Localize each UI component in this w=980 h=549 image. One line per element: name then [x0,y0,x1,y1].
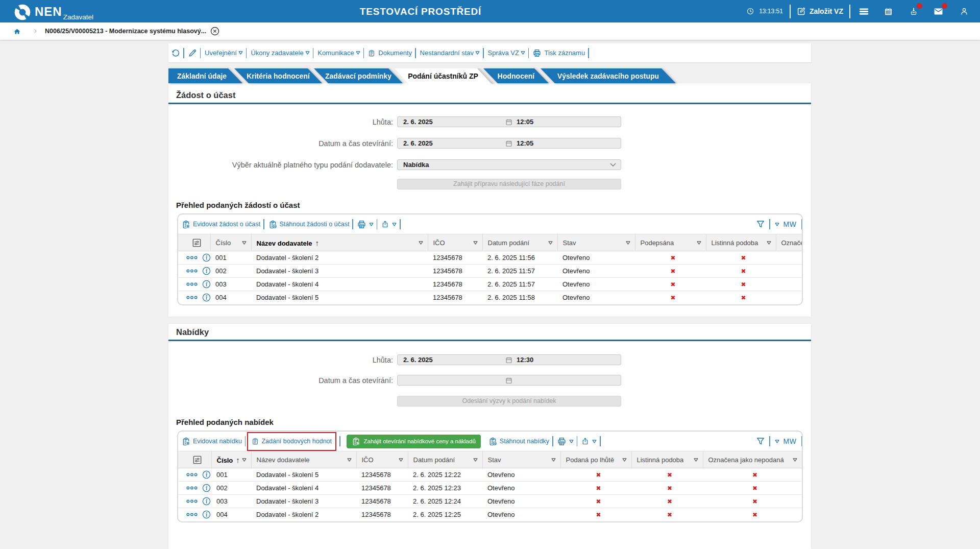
col-podana-po-lhute[interactable]: Podaná po lhůtě [560,451,631,468]
oteviranie-field[interactable]: 2. 6. 2025 12:05 [397,138,621,149]
col-datum-podani[interactable]: Datum podání [482,234,557,251]
row-menu-icon[interactable] [186,486,198,490]
filter-caret-icon[interactable] [419,241,423,245]
col-cislo[interactable]: Číslo↑ [211,451,251,468]
evidovat-nabidku-button[interactable]: Evidovat nabídku [182,437,242,446]
mw-button[interactable]: MW [783,220,797,228]
menu-ukony-zadavatele[interactable]: Úkony zadavatele [251,50,309,56]
col-podepsana[interactable]: Podepsána [635,234,706,251]
col-oznacena[interactable]: Označena jako nepodaná [776,234,803,251]
col-nazev-dodavatele[interactable]: Název dodavatele [251,451,356,468]
nen-logo[interactable]: NEN Zadavatel [14,2,93,21]
caret-down-icon[interactable] [775,440,779,443]
zadani-bodovych-hodnot-button[interactable]: Zadání bodových hodnot [252,438,332,445]
filter-caret-icon[interactable] [626,241,630,245]
home-icon[interactable] [14,28,20,35]
table-row[interactable]: 002 Dodavatel - školení 4 12345678 2. 6.… [178,482,802,495]
col-nazev-dodavatele[interactable]: Název dodavatele↑ [251,234,428,251]
col-stav[interactable]: Stav [557,234,635,251]
row-info-icon[interactable] [202,470,211,479]
filter-caret-icon[interactable] [242,241,247,245]
table-row[interactable]: 003 Dodavatel - školení 4 12345678 2. 6.… [178,278,803,291]
inbox-icon[interactable] [909,7,918,16]
col-listinna-podoba[interactable]: Listinná podoba [706,234,776,251]
filter-caret-icon[interactable] [793,458,797,462]
table-row[interactable]: 004 Dodavatel - školení 2 12345678 2. 6.… [178,508,802,521]
export-button[interactable] [581,437,597,445]
menu-nestandardni-stav[interactable]: Nestandardní stav [420,50,480,56]
col-datum-podani[interactable]: Datum podání [408,451,482,468]
calendar-icon[interactable] [884,7,893,16]
filter-caret-icon[interactable] [767,241,771,245]
menu-tisk-zaznamu[interactable]: Tisk záznamu [533,49,585,57]
row-menu-icon[interactable] [186,499,198,503]
table-row[interactable]: 001 Dodavatel - školení 2 12345678 2. 6.… [178,251,803,265]
row-info-icon[interactable] [202,293,211,302]
filter-caret-icon[interactable] [473,241,478,245]
filter-caret-icon[interactable] [473,458,478,462]
col-listinna-podoba[interactable]: Listinná podoba [631,451,703,468]
row-menu-icon[interactable] [186,513,198,516]
row-menu-icon[interactable] [186,296,198,299]
row-menu-icon[interactable] [186,282,198,286]
column-config-icon[interactable] [183,238,210,248]
vyber-typu-select[interactable]: Nabídka [397,159,621,170]
user-icon[interactable] [960,7,968,15]
filter-caret-icon[interactable] [551,458,556,462]
row-menu-icon[interactable] [186,269,198,273]
col-ico[interactable]: IČO [356,451,408,468]
row-info-icon[interactable] [202,253,211,262]
zahajit-oteviranie-button[interactable]: Zahájit otevírání nabídkové ceny a nákla… [347,435,481,448]
filter-caret-icon[interactable] [694,458,698,462]
table-row[interactable]: 001 Dodavatel - školení 5 12345678 2. 6.… [178,468,802,482]
row-info-icon[interactable] [202,280,211,289]
tab[interactable]: Kritéria hodnocení [234,68,322,83]
row-info-icon[interactable] [202,267,211,275]
table-row[interactable]: 004 Dodavatel - školení 5 12345678 2. 6.… [178,291,803,304]
menu-icon[interactable] [859,6,869,17]
history-icon[interactable] [172,49,180,57]
edit-icon[interactable] [188,49,197,57]
new-vz-icon[interactable] [797,7,806,16]
filter-button[interactable] [756,437,765,445]
print-button[interactable] [557,437,574,446]
table-row[interactable]: 002 Dodavatel - školení 3 12345678 2. 6.… [178,265,803,278]
menu-dokumenty[interactable]: Dokumenty [368,50,412,57]
row-info-icon[interactable] [202,497,211,506]
tab[interactable]: Základní údaje [168,68,242,83]
mw-button[interactable]: MW [783,437,797,445]
breadcrumb-item[interactable]: N006/25/V00005213 - Modernizace systému … [45,28,206,35]
filter-caret-icon[interactable] [622,458,627,462]
menu-komunikace[interactable]: Komunikace [317,50,360,56]
tab[interactable]: Zadávací podmínky [314,68,403,83]
filter-caret-icon[interactable] [347,458,352,462]
filter-caret-icon[interactable] [548,241,553,245]
breadcrumb-close-icon[interactable] [210,27,219,36]
row-info-icon[interactable] [202,510,211,519]
tab[interactable]: Výsledek zadávacího postupu [541,68,676,83]
row-info-icon[interactable] [202,484,211,492]
row-menu-icon[interactable] [186,256,198,259]
menu-uverejneni[interactable]: Uveřejnění [205,50,243,56]
mail-icon[interactable] [934,7,943,16]
stahnout-nabidky-button[interactable]: Stáhnout nabídky [488,437,549,446]
stahnout-zadosti-button[interactable]: Stáhnout žádosti o účast [268,220,350,229]
export-button[interactable] [381,220,397,228]
col-cislo[interactable]: Číslo [210,234,251,251]
zahajit-pripravu-button[interactable]: Zahájit přípravu následující fáze podání [397,179,621,189]
col-ico[interactable]: IČO [428,234,482,251]
filter-caret-icon[interactable] [399,458,403,462]
lhuta-field[interactable]: 2. 6. 2025 12:30 [397,354,621,365]
col-stav[interactable]: Stav [482,451,560,468]
table-row[interactable]: 003 Dodavatel - školení 3 12345678 2. 6.… [178,495,802,508]
print-button[interactable] [357,220,374,229]
caret-down-icon[interactable] [775,223,779,226]
evidovat-zadost-button[interactable]: Evidovat žádost o účast [182,220,260,229]
filter-button[interactable] [756,220,765,228]
column-config-icon[interactable] [183,455,211,465]
menu-sprava-vz[interactable]: Správa VZ [488,50,525,56]
create-vz-button[interactable]: Založit VZ [810,7,843,15]
col-oznacena[interactable]: Označena jako nepodaná [703,451,802,468]
odeslani-vyzvy-button[interactable]: Odeslání výzvy k podání nabídek [397,396,621,407]
filter-caret-icon[interactable] [697,241,701,245]
